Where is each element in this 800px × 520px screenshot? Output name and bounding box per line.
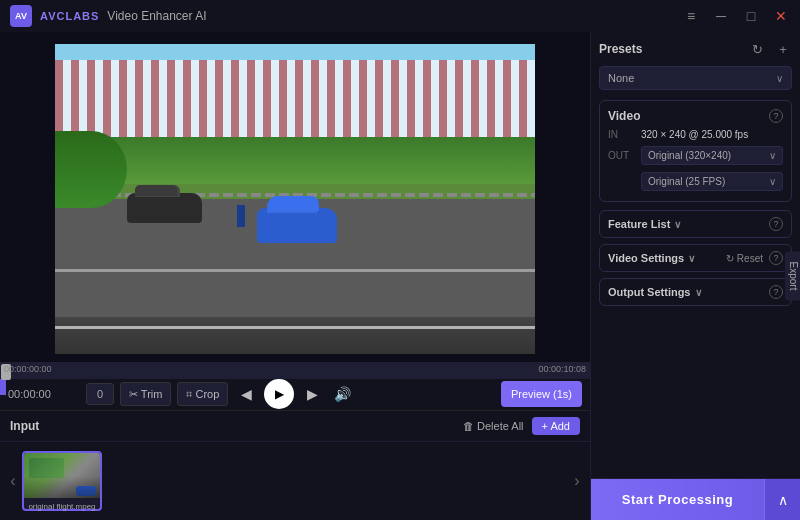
video-settings-right: ↻ Reset ? xyxy=(726,251,783,265)
output-help-icon[interactable]: ? xyxy=(769,285,783,299)
feature-list-title: Feature List ∨ xyxy=(608,218,681,230)
video-panel-title: Video xyxy=(608,109,640,123)
video-in-row: IN 320 × 240 @ 25.000 fps xyxy=(608,129,783,140)
input-header: Input 🗑 Delete All + Add xyxy=(0,411,590,442)
main-layout: 00:00:00:00 00:00:10:08 00:00:00 ✂ Trim … xyxy=(0,32,800,520)
crop-button[interactable]: ⌗ Crop xyxy=(177,382,228,406)
presets-title: Presets xyxy=(599,42,642,56)
presets-section-header: Presets ↻ + xyxy=(599,40,792,58)
video-out-res-dropdown[interactable]: Original (320×240) ∨ xyxy=(641,146,783,165)
preview-button[interactable]: Preview (1s) xyxy=(501,381,582,407)
delete-all-label: Delete All xyxy=(477,420,523,432)
settings-help-icon[interactable]: ? xyxy=(769,251,783,265)
chevron-down-icon: ∨ xyxy=(776,73,783,84)
video-canvas xyxy=(55,44,535,354)
presets-icons: ↻ + xyxy=(748,40,792,58)
delete-all-button[interactable]: 🗑 Delete All xyxy=(463,420,523,432)
minimize-button[interactable]: ─ xyxy=(712,7,730,25)
video-out-fps-dropdown[interactable]: Original (25 FPS) ∨ xyxy=(641,172,783,191)
video-area xyxy=(0,32,590,362)
titlebar-controls: ≡ ─ □ ✕ xyxy=(682,7,790,25)
input-actions: 🗑 Delete All + Add xyxy=(463,417,580,435)
right-content: Presets ↻ + None ∨ Video ? IN xyxy=(591,32,800,478)
chevron-down-fps-icon: ∨ xyxy=(769,176,776,187)
time-end: 00:00:10:08 xyxy=(538,364,586,374)
add-label: + Add xyxy=(542,420,570,432)
feature-help-icon[interactable]: ? xyxy=(769,217,783,231)
grass-area xyxy=(55,137,535,184)
chevron-output-icon: ∨ xyxy=(695,287,702,298)
timeline-bar[interactable]: 00:00:00:00 00:00:10:08 xyxy=(0,362,590,379)
presets-dropdown[interactable]: None ∨ xyxy=(599,66,792,90)
thumb-prev-button[interactable]: ‹ xyxy=(4,451,22,511)
video-player[interactable] xyxy=(55,44,535,354)
app-logo: AV xyxy=(10,5,32,27)
start-line xyxy=(55,326,535,329)
feature-list-label: Feature List xyxy=(608,218,670,230)
video-out-res-label: Original (320×240) xyxy=(648,150,731,161)
add-button[interactable]: + Add xyxy=(532,417,580,435)
video-panel-section: Video ? IN 320 × 240 @ 25.000 fps OUT Or… xyxy=(599,100,792,202)
track-line xyxy=(55,269,535,272)
thumbnails-area: ‹ original flight.mpeg › xyxy=(0,442,590,520)
video-settings-title: Video Settings xyxy=(608,252,684,264)
start-processing-button[interactable]: Start Processing xyxy=(591,479,764,520)
chevron-settings-icon: ∨ xyxy=(688,253,695,264)
input-section: Input 🗑 Delete All + Add ‹ xyxy=(0,410,590,520)
video-settings-section[interactable]: Video Settings ∨ ↻ Reset ? xyxy=(599,244,792,272)
video-in-key: IN xyxy=(608,129,633,140)
prev-frame-button[interactable]: ◀ xyxy=(234,382,258,406)
thumb-label: original flight.mpeg xyxy=(24,498,100,511)
volume-button[interactable]: 🔊 xyxy=(330,382,354,406)
close-button[interactable]: ✕ xyxy=(772,7,790,25)
titlebar-left: AV AVCLABS Video Enhancer AI xyxy=(10,5,207,27)
export-tab[interactable]: Export xyxy=(785,252,800,301)
app-title: Video Enhancer AI xyxy=(107,9,206,23)
out-label-row: OUT Original (320×240) ∨ xyxy=(608,144,783,167)
frame-number-input[interactable] xyxy=(86,383,114,405)
stand-graphic xyxy=(55,60,535,147)
maximize-button[interactable]: □ xyxy=(742,7,760,25)
timeline-track xyxy=(0,362,590,379)
thumb-preview xyxy=(24,453,100,498)
car-blue xyxy=(257,208,337,243)
output-settings-title: Output Settings xyxy=(608,286,691,298)
thumbnails-scroll: original flight.mpeg xyxy=(22,451,568,511)
feature-list-section: Feature List ∨ ? xyxy=(599,210,792,238)
feature-list-header[interactable]: Feature List ∨ ? xyxy=(600,211,791,237)
chevron-feature-icon: ∨ xyxy=(674,219,681,230)
presets-add-button[interactable]: + xyxy=(774,40,792,58)
titlebar: AV AVCLABS Video Enhancer AI ≡ ─ □ ✕ xyxy=(0,0,800,32)
video-panel-header: Video ? xyxy=(608,109,783,123)
video-settings-left: Video Settings ∨ xyxy=(608,252,695,264)
out-fps-row: Original (25 FPS) ∨ xyxy=(608,170,783,193)
tree-left xyxy=(55,131,127,209)
input-label: Input xyxy=(10,419,39,433)
start-arrow-button[interactable]: ∧ xyxy=(764,479,800,520)
video-help-icon[interactable]: ? xyxy=(769,109,783,123)
time-start: 00:00:00:00 xyxy=(4,364,52,374)
menu-icon[interactable]: ≡ xyxy=(682,7,700,25)
presets-refresh-button[interactable]: ↻ xyxy=(748,40,766,58)
start-processing-area: Start Processing ∧ xyxy=(591,478,800,520)
video-out-row: OUT Original (320×240) ∨ Original (25 FP… xyxy=(608,144,783,193)
video-out-fps-label: Original (25 FPS) xyxy=(648,176,725,187)
play-button[interactable]: ▶ xyxy=(264,379,294,409)
trim-button[interactable]: ✂ Trim xyxy=(120,382,171,406)
brand-name: AVCLABS xyxy=(40,10,99,22)
thumb-next-button[interactable]: › xyxy=(568,451,586,511)
video-info: IN 320 × 240 @ 25.000 fps OUT Original (… xyxy=(608,129,783,193)
trash-icon: 🗑 xyxy=(463,420,474,432)
barrier-graphic xyxy=(55,317,535,354)
output-settings-section[interactable]: Output Settings ∨ ? xyxy=(599,278,792,306)
thumbnail-item[interactable]: original flight.mpeg xyxy=(22,451,102,511)
video-in-value: 320 × 240 @ 25.000 fps xyxy=(641,129,748,140)
left-panel: 00:00:00:00 00:00:10:08 00:00:00 ✂ Trim … xyxy=(0,32,590,520)
video-out-key: OUT xyxy=(608,150,633,161)
presets-selected: None xyxy=(608,72,634,84)
chevron-down-res-icon: ∨ xyxy=(769,150,776,161)
figure-graphic xyxy=(237,205,245,227)
next-frame-button[interactable]: ▶ xyxy=(300,382,324,406)
reset-button[interactable]: ↻ Reset xyxy=(726,253,763,264)
output-settings-left: Output Settings ∨ xyxy=(608,286,702,298)
